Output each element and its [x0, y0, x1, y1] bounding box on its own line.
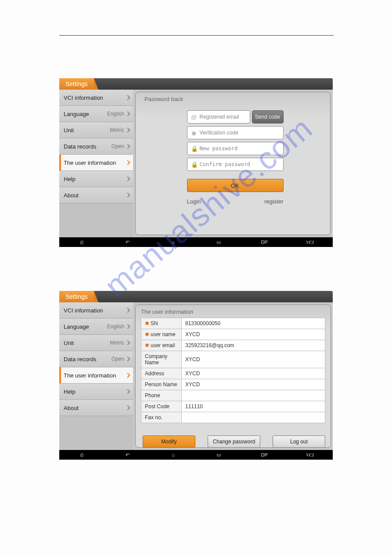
sidebar-item-language[interactable]: LanguageEnglish — [59, 319, 133, 335]
chevron-right-icon — [125, 308, 130, 312]
registered-email-input[interactable]: @Registered email — [187, 110, 250, 123]
new-password-input[interactable]: 🔒New password — [187, 142, 284, 155]
field-label: user email — [151, 342, 175, 348]
sidebar-item-value: Open — [111, 143, 124, 149]
home-icon[interactable]: ⌂ — [151, 239, 196, 245]
sidebar-item-unit[interactable]: UnitMetric — [59, 335, 133, 351]
field-label: Phone — [145, 392, 160, 399]
dp-button[interactable]: DP — [241, 239, 287, 245]
sidebar-item-user-information[interactable]: The user information — [59, 367, 133, 384]
confirm-password-input[interactable]: 🔒Confirm password — [187, 158, 284, 171]
sidebar-item-about[interactable]: About — [59, 187, 133, 203]
dp-button[interactable]: DP — [241, 452, 287, 457]
field-value — [182, 390, 325, 401]
placeholder-text: Confirm password — [200, 161, 251, 167]
sidebar-item-user-information[interactable]: The user information — [59, 155, 133, 171]
ok-button[interactable]: OK — [187, 179, 284, 192]
recents-icon[interactable]: ▭ — [196, 239, 241, 245]
title-bar: Settings — [59, 291, 333, 302]
print-icon[interactable]: ⎙ — [59, 452, 105, 457]
sidebar-item-label: Language — [64, 323, 107, 330]
body-area: VCI information LanguageEnglish UnitMetr… — [59, 90, 333, 237]
sidebar-item-label: Language — [64, 111, 107, 117]
field-value: 111110 — [182, 401, 325, 412]
field-value: XYCD — [182, 368, 325, 379]
recents-icon[interactable]: ▭ — [196, 452, 241, 458]
change-password-button[interactable]: Change password — [208, 435, 260, 448]
sidebar-item-label: Unit — [64, 127, 110, 134]
chevron-right-icon — [125, 127, 130, 132]
field-value: XYCD — [182, 379, 325, 390]
chevron-right-icon — [125, 176, 130, 181]
register-link[interactable]: register — [264, 198, 283, 205]
sidebar-item-value: Metric — [110, 340, 124, 346]
sidebar-item-about[interactable]: About — [59, 400, 133, 416]
form-column: @Registered email Send code ◉Verificatio… — [187, 110, 284, 205]
sidebar-item-label: Help — [64, 388, 126, 395]
sidebar-item-value: Metric — [110, 127, 124, 133]
sidebar-item-help[interactable]: Help — [59, 384, 133, 400]
sidebar-item-language[interactable]: LanguageEnglish — [59, 106, 133, 122]
back-icon[interactable]: ↶ — [105, 452, 151, 458]
field-label: user name — [151, 331, 176, 337]
table-row: ✱user email325923216@qq.com — [141, 340, 325, 351]
send-code-button[interactable]: Send code — [252, 110, 284, 123]
sidebar-item-label: VCI information — [64, 94, 124, 101]
at-icon: @ — [191, 114, 197, 120]
table-row: Fax no. — [141, 412, 325, 423]
field-value: 325923216@qq.com — [182, 340, 325, 351]
vci-button[interactable]: VCI — [287, 239, 333, 245]
back-icon[interactable]: ↶ — [105, 239, 151, 245]
modify-button[interactable]: Modify — [143, 435, 195, 448]
table-row: ✱user nameXYCD — [141, 329, 325, 340]
field-label: Address — [145, 370, 164, 377]
login-link[interactable]: Login — [187, 198, 201, 205]
vci-button[interactable]: VCI — [287, 452, 333, 457]
screenshot-password-back: Settings VCI information LanguageEnglish… — [59, 78, 333, 247]
sidebar-item-value: Open — [111, 356, 124, 362]
lock-icon: 🔒 — [191, 145, 197, 152]
sidebar-item-label: VCI information — [64, 307, 124, 314]
field-label: Post Code — [145, 403, 169, 410]
sidebar-item-vci-information[interactable]: VCI information — [59, 302, 133, 319]
home-icon[interactable]: ⌂ — [151, 452, 196, 457]
horizontal-rule — [59, 35, 334, 36]
sidebar-item-label: The user information — [64, 160, 126, 166]
required-asterisk: ✱ — [145, 331, 149, 337]
print-icon[interactable]: ⎙ — [59, 239, 105, 245]
sidebar-item-data-records[interactable]: Data recordsOpen — [59, 138, 133, 155]
bottom-nav: ⎙ ↶ ⌂ ▭ DP VCI — [59, 237, 333, 247]
field-value: XYCD — [182, 351, 325, 368]
chevron-right-icon — [125, 324, 130, 329]
panel-title: The user information — [141, 308, 325, 315]
required-asterisk: ✱ — [145, 320, 149, 326]
chevron-right-icon — [125, 389, 130, 394]
chevron-right-icon — [125, 192, 130, 197]
body-area: VCI information LanguageEnglish UnitMetr… — [59, 302, 333, 450]
placeholder-text: New password — [200, 145, 238, 152]
sidebar-item-vci-information[interactable]: VCI information — [59, 90, 133, 106]
sidebar-item-unit[interactable]: UnitMetric — [59, 122, 133, 138]
table-row: Company NameXYCD — [141, 351, 325, 368]
required-asterisk: ✱ — [145, 342, 149, 348]
field-label: Person Name — [145, 381, 177, 388]
placeholder-text: Registered email — [200, 114, 239, 120]
table-row: AddressXYCD — [141, 368, 325, 379]
sidebar-item-value: English — [107, 323, 124, 330]
sidebar-item-value: English — [107, 111, 124, 117]
sidebar-item-label: Help — [64, 176, 126, 182]
field-label: Fax no. — [145, 414, 162, 421]
settings-sidebar: VCI information LanguageEnglish UnitMetr… — [59, 90, 133, 237]
password-back-panel: Password back @Registered email Send cod… — [135, 92, 331, 235]
sidebar-item-data-records[interactable]: Data recordsOpen — [59, 351, 133, 367]
sidebar-item-label: The user information — [64, 372, 126, 379]
user-information-panel: The user information ✱SN813300000050 ✱us… — [135, 305, 331, 448]
sidebar-item-label: Data records — [64, 356, 111, 363]
sidebar-item-help[interactable]: Help — [59, 171, 133, 187]
settings-sidebar: VCI information LanguageEnglish UnitMetr… — [59, 302, 133, 450]
verification-code-input[interactable]: ◉Verification code — [187, 126, 284, 139]
table-row: Person NameXYCD — [141, 379, 325, 390]
log-out-button[interactable]: Log out — [273, 435, 325, 448]
action-buttons: Modify Change password Log out — [141, 435, 325, 448]
sidebar-item-label: Unit — [64, 340, 110, 346]
